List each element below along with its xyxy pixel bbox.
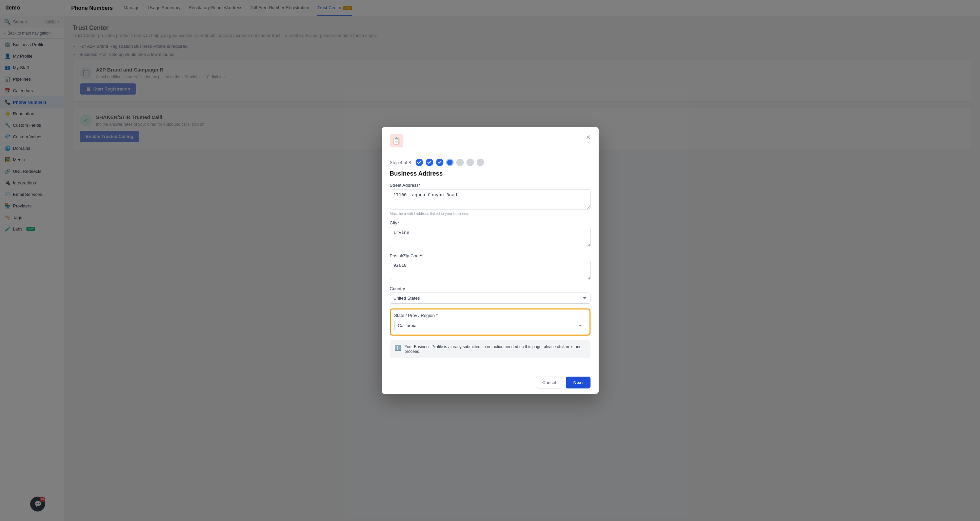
state-select[interactable]: California [394,320,586,331]
modal-dialog: 📋 ✕ Step 4 of 8 Business Address Street … [382,127,599,394]
modal-header-icon: 📋 [390,134,403,148]
next-button[interactable]: Next [566,376,590,388]
country-select[interactable]: United States [390,292,590,304]
street-address-input[interactable] [390,189,590,210]
country-label: Country [390,286,590,291]
state-field-wrapper: State / Prov / Region * California [390,308,590,335]
info-message: Your Business Profile is already submitt… [405,345,586,354]
step-label: Step 4 of 8 [390,160,411,165]
modal-title: Business Address [390,170,590,177]
info-icon: ℹ️ [395,345,401,351]
info-box: ℹ️ Your Business Profile is already subm… [390,340,590,358]
street-address-label: Street Address* [390,183,590,188]
cancel-button[interactable]: Cancel [536,376,562,388]
street-address-hint: Must be a valid address linked to your b… [390,211,590,216]
country-group: Country United States [390,286,590,304]
city-group: City* [390,220,590,248]
step-dot-3 [436,159,443,166]
modal-footer: Cancel Next [382,371,599,394]
step-dot-5 [456,159,464,166]
postal-input[interactable] [390,260,590,280]
modal-overlay: 📋 ✕ Step 4 of 8 Business Address Street … [0,0,980,521]
city-label: City* [390,220,590,226]
state-label: State / Prov / Region * [394,313,586,318]
street-address-group: Street Address* Must be a valid address … [390,183,590,216]
step-dot-2 [426,159,433,166]
modal-body: Business Address Street Address* Must be… [382,170,599,371]
step-dot-7 [477,159,484,166]
postal-label: Postal/Zip Code* [390,253,590,258]
city-input[interactable] [390,227,590,247]
step-dot-6 [466,159,474,166]
postal-group: Postal/Zip Code* [390,253,590,281]
step-dot-1 [415,159,423,166]
modal-steps: Step 4 of 8 [382,153,599,170]
step-dot-4 [446,159,453,166]
modal-close-button[interactable]: ✕ [584,133,593,142]
modal-header: 📋 [382,127,599,153]
